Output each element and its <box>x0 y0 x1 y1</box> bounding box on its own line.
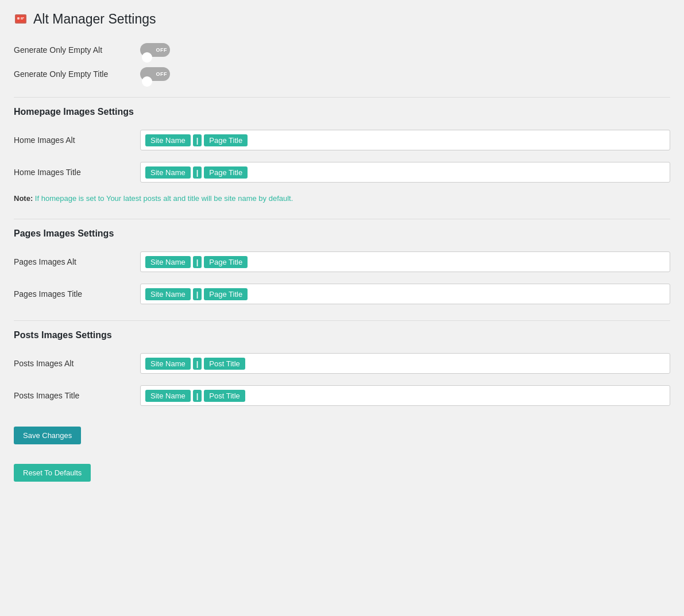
pages-alt-input[interactable]: Site Name | Page Title <box>140 251 670 272</box>
pages-alt-page-title-tag[interactable]: Page Title <box>204 256 248 268</box>
posts-title-separator-tag: | <box>193 390 202 402</box>
page-title: Alt Manager Settings <box>33 11 156 27</box>
posts-title-site-name-tag[interactable]: Site Name <box>145 390 191 402</box>
reset-button-container: Reset To Defaults <box>14 462 670 482</box>
home-title-page-title-tag[interactable]: Page Title <box>204 166 248 179</box>
toggle-knob-title <box>142 76 152 87</box>
pages-title-separator-tag: | <box>193 288 202 300</box>
posts-title-label: Posts Images Title <box>14 391 140 400</box>
pages-title-input[interactable]: Site Name | Page Title <box>140 284 670 304</box>
pages-title-site-name-tag[interactable]: Site Name <box>145 288 191 300</box>
home-title-label: Home Images Title <box>14 168 140 177</box>
note-prefix: Note: <box>14 194 33 203</box>
svg-rect-2 <box>17 17 20 20</box>
posts-alt-row: Posts Images Alt Site Name | Post Title <box>14 353 670 374</box>
toggle-off-label-title: OFF <box>156 71 168 77</box>
home-title-separator-tag: | <box>193 166 202 179</box>
pages-title-page-title-tag[interactable]: Page Title <box>204 288 248 300</box>
pages-title-label: Pages Images Title <box>14 289 140 299</box>
home-alt-site-name-tag[interactable]: Site Name <box>145 134 191 146</box>
generate-empty-title-row: Generate Only Empty Title OFF <box>14 67 670 81</box>
posts-title-input[interactable]: Site Name | Post Title <box>140 385 670 406</box>
posts-title-row: Posts Images Title Site Name | Post Titl… <box>14 385 670 406</box>
page-header: Alt Manager Settings <box>14 11 670 27</box>
posts-alt-post-title-tag[interactable]: Post Title <box>204 358 245 370</box>
home-title-input[interactable]: Site Name | Page Title <box>140 162 670 183</box>
posts-alt-separator-tag: | <box>193 358 202 370</box>
generate-empty-title-label: Generate Only Empty Title <box>14 69 140 79</box>
pages-alt-separator-tag: | <box>193 256 202 268</box>
home-alt-page-title-tag[interactable]: Page Title <box>204 134 248 146</box>
pages-alt-site-name-tag[interactable]: Site Name <box>145 256 191 268</box>
homepage-note: Note: If homepage is set to Your latest … <box>14 194 670 203</box>
alt-manager-icon <box>14 13 28 26</box>
home-alt-label: Home Images Alt <box>14 135 140 145</box>
generate-empty-title-toggle[interactable]: OFF <box>140 67 170 81</box>
save-button[interactable]: Save Changes <box>14 427 81 444</box>
homepage-section-heading: Homepage Images Settings <box>14 97 670 117</box>
posts-section-heading: Posts Images Settings <box>14 320 670 340</box>
reset-button[interactable]: Reset To Defaults <box>14 464 91 482</box>
pages-alt-label: Pages Images Alt <box>14 257 140 266</box>
toggle-off-label-alt: OFF <box>156 47 168 53</box>
save-button-container: Save Changes <box>14 417 670 462</box>
pages-title-row: Pages Images Title Site Name | Page Titl… <box>14 284 670 304</box>
generate-empty-alt-label: Generate Only Empty Alt <box>14 45 140 55</box>
pages-alt-row: Pages Images Alt Site Name | Page Title <box>14 251 670 272</box>
home-alt-row: Home Images Alt Site Name | Page Title <box>14 130 670 150</box>
posts-title-post-title-tag[interactable]: Post Title <box>204 390 245 402</box>
posts-alt-site-name-tag[interactable]: Site Name <box>145 358 191 370</box>
posts-alt-input[interactable]: Site Name | Post Title <box>140 353 670 374</box>
home-alt-separator-tag: | <box>193 134 202 146</box>
note-body: If homepage is set to Your latest posts … <box>35 194 293 203</box>
toggle-knob-alt <box>142 52 152 63</box>
pages-section-heading: Pages Images Settings <box>14 219 670 239</box>
generate-empty-alt-row: Generate Only Empty Alt OFF <box>14 43 670 57</box>
home-title-row: Home Images Title Site Name | Page Title <box>14 162 670 183</box>
home-title-site-name-tag[interactable]: Site Name <box>145 166 191 179</box>
home-alt-input[interactable]: Site Name | Page Title <box>140 130 670 150</box>
posts-alt-label: Posts Images Alt <box>14 359 140 368</box>
generate-empty-alt-toggle[interactable]: OFF <box>140 43 170 57</box>
